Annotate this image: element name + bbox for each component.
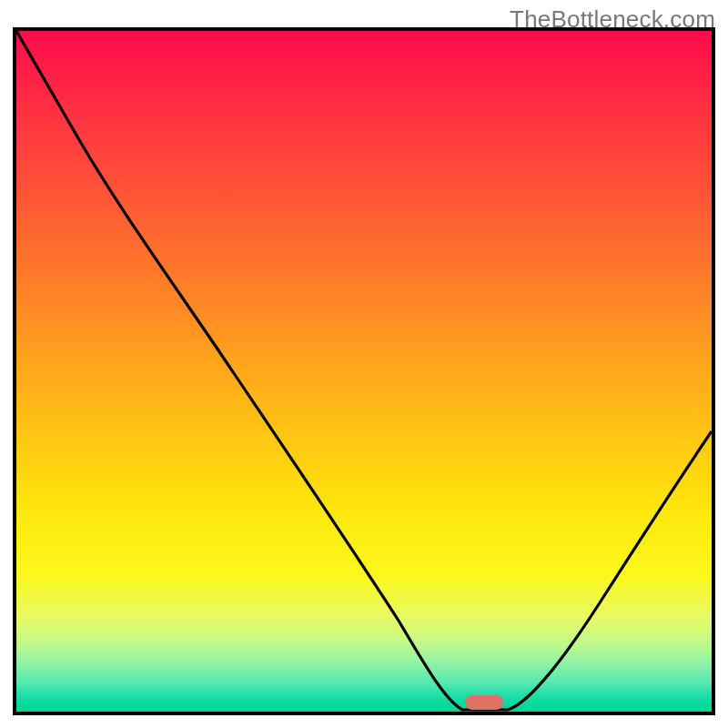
optimal-marker bbox=[465, 695, 503, 710]
watermark-text: TheBottleneck.com bbox=[510, 5, 715, 34]
plot-area bbox=[13, 27, 715, 715]
curve-path bbox=[16, 31, 712, 710]
chart-frame: TheBottleneck.com bbox=[0, 0, 728, 728]
bottleneck-curve bbox=[16, 31, 712, 712]
